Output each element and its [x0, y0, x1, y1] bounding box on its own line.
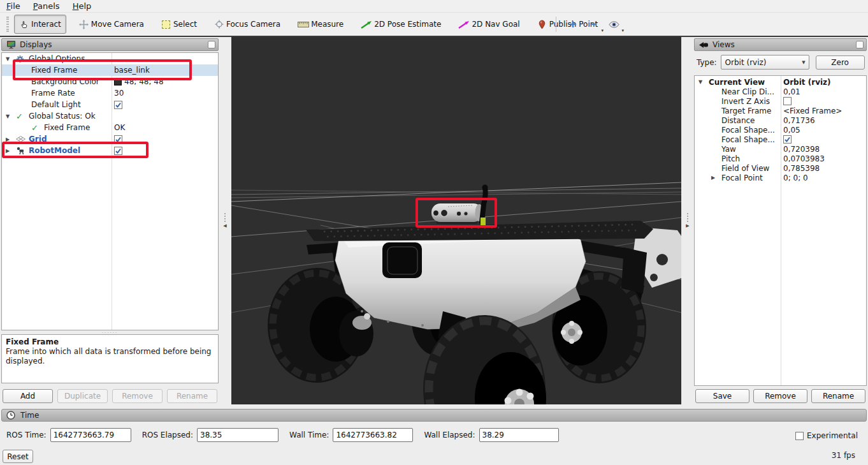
tree-row-near-clip-di[interactable]: Near Clip Di...0,01 [695, 87, 866, 96]
add-button[interactable]: Add [3, 389, 53, 403]
tree-row-focal-shape[interactable]: Focal Shape...0,05 [695, 125, 866, 135]
view-type-select[interactable]: Orbit (rviz) ▼ [721, 55, 809, 70]
displays-float-button[interactable] [208, 41, 215, 48]
tool-label: 2D Pose Estimate [374, 20, 441, 29]
map-pin-icon [537, 20, 547, 29]
row-value[interactable] [114, 101, 122, 109]
toolbar-separator [556, 17, 556, 32]
row-value[interactable]: base_link [114, 66, 150, 75]
tool-label: Interact [31, 20, 61, 29]
tree-row-global-options[interactable]: ▼Global Options [2, 53, 218, 64]
ros-time-input[interactable] [50, 428, 131, 442]
value-text: <Fixed Frame> [783, 107, 842, 115]
row-value[interactable] [114, 135, 122, 144]
checkbox-icon[interactable] [114, 101, 122, 109]
view-type-value: Orbit (rviz) [725, 58, 767, 67]
expander-icon[interactable]: ▶ [6, 148, 16, 154]
ruler-icon [298, 22, 309, 27]
right-panel-collapse-handle[interactable]: ▶ [684, 204, 691, 237]
save-button[interactable]: Save [695, 389, 749, 403]
menu-bar: FilePanelsHelp [0, 0, 868, 13]
wall-time-input[interactable] [333, 428, 413, 442]
tree-row-focal-shape[interactable]: Focal Shape... [695, 135, 866, 144]
tool-interact[interactable]: Interact [14, 15, 66, 34]
tool-label: Measure [311, 20, 344, 29]
tool-focus-camera[interactable]: Focus Camera [210, 15, 285, 34]
checkbox-icon[interactable] [114, 147, 122, 155]
toolbar-drag-handle[interactable] [6, 17, 9, 32]
menu-file[interactable]: File [0, 1, 27, 11]
zero-button[interactable]: Zero [816, 55, 865, 70]
remove-button: Remove [112, 389, 163, 403]
reset-button[interactable]: Reset [3, 450, 33, 463]
magenta-arrow-icon [458, 20, 470, 29]
tool-label: Move Camera [91, 20, 144, 29]
expander-icon[interactable]: ▼ [6, 56, 16, 62]
tool-move-camera[interactable]: Move Camera [75, 15, 148, 34]
add-tool-button[interactable]: + [563, 15, 583, 34]
menu-help[interactable]: Help [66, 1, 98, 11]
expander-icon[interactable]: ▶ [6, 137, 16, 142]
row-value: 0,0703983 [783, 154, 825, 163]
row-value: OK [114, 123, 125, 132]
views-float-button[interactable] [856, 41, 864, 48]
visibility-tool-button[interactable]: ▾ [604, 15, 624, 34]
time-panel-header[interactable]: Time [1, 409, 867, 422]
toolbar-extra: + −▾ ▾ [556, 13, 624, 36]
tool-select[interactable]: Select [157, 15, 201, 34]
tree-row-global-status-ok[interactable]: ▼✓Global Status: Ok [2, 110, 218, 122]
row-label: Focal Shape... [721, 126, 775, 135]
expander-icon[interactable]: ▼ [698, 79, 709, 85]
wall-elapsed-input[interactable] [479, 428, 559, 442]
tree-row-grid[interactable]: ▶Grid [2, 133, 218, 145]
tree-row-default-light[interactable]: Default Light [2, 99, 218, 110]
3d-viewport[interactable] [231, 37, 681, 404]
tool-2d-pose-estimate[interactable]: 2D Pose Estimate [356, 15, 445, 34]
ros-elapsed-input[interactable] [197, 428, 278, 442]
tree-row-fixed-frame[interactable]: ✓Fixed FrameOK [2, 122, 218, 133]
value-text: 48; 48; 48 [124, 77, 164, 86]
green-arrow-icon [361, 20, 372, 29]
views-panel-header[interactable]: Views [694, 38, 867, 51]
tool-label: 2D Nav Goal [472, 20, 519, 29]
row-value: <Fixed Frame> [783, 107, 842, 115]
tree-row-target-frame[interactable]: Target Frame<Fixed Frame> [695, 106, 866, 115]
time-fields: ROS Time:ROS Elapsed:Wall Time:Wall Elap… [6, 428, 570, 442]
displays-panel-header[interactable]: Displays [1, 38, 219, 51]
tree-row-field-of-view[interactable]: Field of View0,785398 [695, 163, 866, 173]
row-value[interactable] [114, 147, 122, 155]
value-text: 0,71736 [783, 116, 815, 125]
checkbox-icon[interactable] [783, 135, 792, 144]
plus-icon: + [569, 19, 576, 29]
remove-tool-button[interactable]: −▾ [583, 15, 604, 34]
row-label: Frame Rate [31, 89, 75, 98]
rename-button[interactable]: Rename [811, 389, 865, 403]
row-label: Global Status: Ok [29, 112, 96, 121]
value-text: 0; 0; 0 [783, 173, 808, 182]
tree-row-invert-z-axis[interactable]: Invert Z Axis [695, 96, 866, 106]
left-panel-collapse-handle[interactable]: ◀ [221, 204, 229, 237]
checkbox-icon[interactable] [783, 97, 792, 105]
menu-panels[interactable]: Panels [27, 1, 66, 11]
tree-row-yaw[interactable]: Yaw0,720398 [695, 144, 866, 154]
remove-button[interactable]: Remove [753, 389, 807, 403]
experimental-checkbox[interactable]: Experimental [795, 431, 858, 440]
expander-icon[interactable]: ▶ [711, 175, 721, 181]
tool-measure[interactable]: Measure [293, 15, 348, 34]
tree-row-robotmodel[interactable]: ▶RobotModel [2, 145, 218, 156]
row-label: Fixed Frame [31, 66, 77, 75]
row-value[interactable] [783, 97, 792, 105]
checkbox-icon[interactable] [114, 135, 122, 144]
tool-2d-nav-goal[interactable]: 2D Nav Goal [454, 15, 524, 34]
tree-row-background-color[interactable]: Background Color48; 48; 48 [2, 76, 218, 87]
expander-icon[interactable]: ▼ [6, 114, 16, 119]
tree-row-frame-rate[interactable]: Frame Rate30 [2, 87, 218, 99]
tree-row-fixed-frame[interactable]: Fixed Framebase_link [2, 64, 218, 76]
tree-row-distance[interactable]: Distance0,71736 [695, 115, 866, 125]
description-title: Fixed Frame [6, 337, 214, 347]
tree-row-focal-point[interactable]: ▶Focal Point0; 0; 0 [695, 173, 866, 182]
robot-icon [16, 147, 29, 155]
tree-row-current-view[interactable]: ▼Current ViewOrbit (rviz) [695, 77, 866, 87]
row-value[interactable] [783, 135, 792, 144]
tree-row-pitch[interactable]: Pitch0,0703983 [695, 154, 866, 163]
